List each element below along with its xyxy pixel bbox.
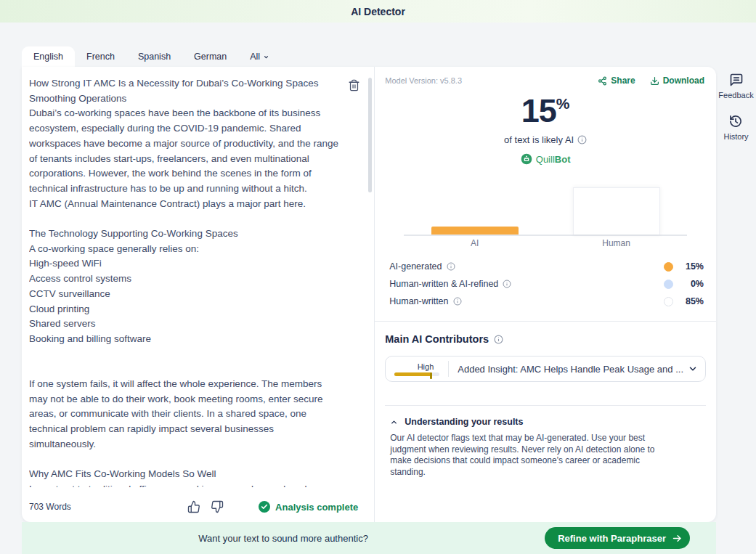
share-icon bbox=[598, 76, 607, 86]
info-icon[interactable] bbox=[447, 262, 455, 271]
legend-value: 0% bbox=[673, 279, 704, 289]
trash-icon bbox=[348, 79, 362, 91]
human-bar bbox=[573, 187, 660, 235]
main-ai-contributors-section: Main AI Contributors High Added Insight:… bbox=[375, 322, 716, 405]
editor-scrollbar[interactable] bbox=[368, 78, 372, 192]
editor-footer: 703 Words bbox=[22, 492, 374, 522]
legend-dot-orange bbox=[664, 262, 673, 272]
confidence-gauge: High bbox=[394, 362, 439, 376]
delete-text-button[interactable] bbox=[348, 78, 362, 92]
contributors-title-row: Main AI Contributors bbox=[385, 333, 706, 345]
ai-score: 15% bbox=[375, 94, 716, 127]
legend-label: Human-written bbox=[389, 296, 448, 306]
results-header: Model Version: v5.8.3 Share Download bbox=[375, 67, 716, 86]
chart-plot-area bbox=[404, 179, 687, 236]
legend-label: AI-generated bbox=[389, 261, 442, 272]
thumbs-down-icon bbox=[211, 500, 224, 513]
legend-value: 15% bbox=[673, 261, 704, 272]
history-rail-button[interactable]: History bbox=[723, 114, 748, 141]
results-actions: Share Download bbox=[598, 76, 704, 86]
word-count: 703 Words bbox=[29, 502, 71, 512]
quillbot-brand: QuillBot bbox=[375, 153, 716, 165]
legend-dot-blue bbox=[664, 280, 673, 289]
feedback-rail-button[interactable]: Feedback bbox=[718, 73, 753, 99]
history-icon bbox=[728, 114, 743, 129]
legend-dot-white bbox=[664, 297, 673, 306]
chevron-up-icon bbox=[390, 418, 398, 426]
refine-with-paraphraser-button[interactable]: Refine with Paraphraser bbox=[545, 527, 690, 549]
feedback-thumbs bbox=[187, 500, 224, 513]
legend-row-human-written: Human-written 85% bbox=[389, 293, 704, 310]
thumbs-up-button[interactable] bbox=[187, 500, 200, 513]
confidence-level: High bbox=[394, 362, 439, 371]
ai-score-value: 15 bbox=[521, 92, 556, 129]
download-button[interactable]: Download bbox=[650, 76, 704, 86]
share-button[interactable]: Share bbox=[598, 76, 635, 86]
thumbs-down-button[interactable] bbox=[211, 500, 224, 513]
side-rail: Feedback History bbox=[716, 73, 756, 141]
info-icon[interactable] bbox=[494, 335, 503, 344]
document-text[interactable]: How Strong IT AMC Is a Necessity for Dub… bbox=[29, 76, 339, 487]
arrow-right-icon bbox=[672, 533, 683, 544]
tab-german[interactable]: German bbox=[182, 46, 238, 67]
understanding-results-section: Understanding your results Our AI detect… bbox=[375, 406, 716, 478]
divider bbox=[448, 361, 449, 377]
app-header: AI Detector bbox=[0, 0, 756, 23]
feedback-icon bbox=[729, 73, 744, 87]
brand-name: QuillBot bbox=[536, 154, 571, 165]
share-label: Share bbox=[611, 76, 635, 86]
tab-all[interactable]: All bbox=[238, 46, 281, 67]
info-icon[interactable] bbox=[503, 280, 511, 288]
page-title: AI Detector bbox=[351, 6, 405, 17]
tab-all-label: All bbox=[250, 52, 260, 62]
cta-bar: Want your text to sound more authentic? … bbox=[22, 522, 716, 554]
understanding-header[interactable]: Understanding your results bbox=[385, 417, 704, 427]
text-editor-panel: How Strong IT AMC Is a Necessity for Dub… bbox=[22, 67, 375, 522]
detector-card: How Strong IT AMC Is a Necessity for Dub… bbox=[22, 67, 716, 522]
check-icon bbox=[259, 501, 270, 513]
tab-french[interactable]: French bbox=[75, 46, 126, 67]
gauge-fill bbox=[394, 372, 431, 376]
quillbot-logo-icon bbox=[521, 153, 532, 165]
info-icon[interactable] bbox=[453, 297, 462, 306]
contributor-dropdown[interactable]: High Added Insight: AMC Helps Handle Pea… bbox=[385, 356, 706, 382]
detection-bar-chart: AI Human bbox=[404, 179, 687, 248]
tab-english[interactable]: English bbox=[22, 46, 75, 67]
chevron-down-icon bbox=[688, 364, 698, 374]
x-label-ai: AI bbox=[404, 238, 545, 248]
legend-label: Human-written & AI-refined bbox=[389, 279, 498, 289]
gauge-track bbox=[394, 372, 439, 376]
cta-prompt: Want your text to sound more authentic? bbox=[22, 533, 545, 544]
score-caption: of text is likely AI bbox=[504, 134, 574, 145]
score-caption-row: of text is likely AI bbox=[375, 134, 716, 145]
ai-score-unit: % bbox=[556, 95, 570, 112]
legend-row-ai-refined: Human-written & AI-refined 0% bbox=[389, 275, 704, 293]
analysis-status-label: Analysis complete bbox=[275, 502, 358, 513]
feedback-label: Feedback bbox=[718, 91, 753, 99]
legend-row-ai-generated: AI-generated 15% bbox=[389, 258, 704, 275]
ai-bar bbox=[431, 227, 519, 235]
chart-x-labels: AI Human bbox=[404, 238, 687, 248]
info-icon[interactable] bbox=[577, 135, 587, 144]
thumbs-up-icon bbox=[187, 500, 200, 513]
results-panel: Model Version: v5.8.3 Share Download 15% bbox=[375, 67, 716, 522]
analysis-status: Analysis complete bbox=[259, 501, 358, 513]
model-version: Model Version: v5.8.3 bbox=[385, 76, 462, 85]
tab-spanish[interactable]: Spanish bbox=[126, 46, 182, 67]
x-label-human: Human bbox=[545, 238, 687, 248]
legend-value: 85% bbox=[673, 296, 704, 306]
chevron-down-icon bbox=[263, 54, 269, 60]
chart-legend: AI-generated 15% Human-written & AI-refi… bbox=[389, 258, 704, 310]
language-tabs: English French Spanish German All bbox=[22, 46, 281, 67]
understanding-title: Understanding your results bbox=[405, 417, 523, 427]
cta-label: Refine with Paraphraser bbox=[558, 533, 666, 544]
contributor-insight: Added Insight: AMC Helps Handle Peak Usa… bbox=[458, 364, 683, 375]
contributors-title: Main AI Contributors bbox=[385, 333, 489, 345]
understanding-body: Our AI detector flags text that may be A… bbox=[385, 433, 655, 478]
download-icon bbox=[650, 76, 659, 86]
download-label: Download bbox=[663, 76, 704, 86]
history-label: History bbox=[723, 132, 748, 141]
gauge-marker bbox=[430, 372, 432, 379]
